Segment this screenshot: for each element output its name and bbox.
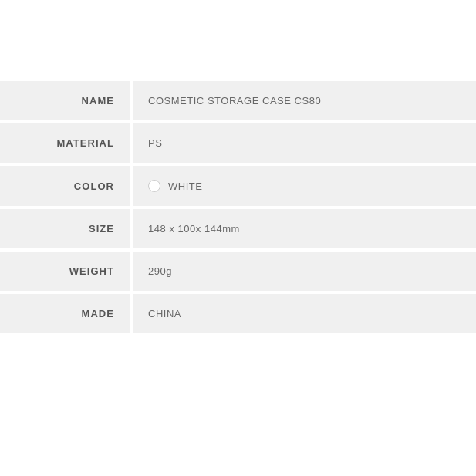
- value-made: CHINA: [133, 294, 476, 333]
- text-material: PS: [148, 137, 162, 149]
- label-size: SIZE: [0, 209, 130, 248]
- text-weight: 290g: [148, 265, 172, 277]
- row-name: NAMECOSMETIC STORAGE CASE CS80: [0, 81, 476, 120]
- label-made: MADE: [0, 294, 130, 333]
- value-size: 148 x 100x 144mm: [133, 209, 476, 248]
- text-name: COSMETIC STORAGE CASE CS80: [148, 95, 321, 106]
- text-made: CHINA: [148, 308, 181, 319]
- row-color: COLORWHITE: [0, 166, 476, 206]
- row-material: MATERIALPS: [0, 123, 476, 163]
- row-made: MADECHINA: [0, 294, 476, 333]
- value-weight: 290g: [133, 252, 476, 291]
- row-weight: WEIGHT290g: [0, 252, 476, 291]
- label-name: NAME: [0, 81, 130, 120]
- text-size: 148 x 100x 144mm: [148, 223, 240, 235]
- value-color: WHITE: [133, 166, 476, 206]
- label-material: MATERIAL: [0, 123, 130, 163]
- row-size: SIZE148 x 100x 144mm: [0, 209, 476, 248]
- label-color: COLOR: [0, 166, 130, 206]
- label-weight: WEIGHT: [0, 252, 130, 291]
- value-name: COSMETIC STORAGE CASE CS80: [133, 81, 476, 120]
- spec-table: NAMECOSMETIC STORAGE CASE CS80MATERIALPS…: [0, 81, 476, 336]
- color-swatch: [148, 180, 160, 192]
- text-color: WHITE: [168, 181, 202, 192]
- value-material: PS: [133, 123, 476, 163]
